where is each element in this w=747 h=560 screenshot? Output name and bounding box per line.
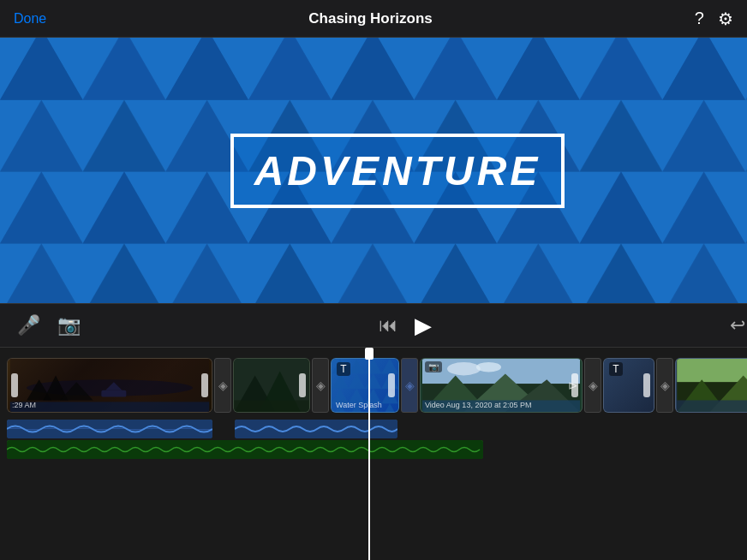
title-clip-icon: T xyxy=(337,362,350,376)
clip-handle-right-3[interactable] xyxy=(388,373,395,397)
svg-rect-73 xyxy=(101,390,126,397)
audio-row-2 xyxy=(7,440,747,459)
done-button[interactable]: Done xyxy=(14,11,46,27)
toolbar-right: ↩ 〜 xyxy=(730,313,747,338)
svg-point-85 xyxy=(476,362,501,372)
playhead-top xyxy=(365,348,374,360)
timeline-toolbar: 🎤 📷 ⏮ ▶ ↩ 〜 xyxy=(0,303,747,348)
clip-boats[interactable]: :29 AM xyxy=(7,358,212,413)
audio-segment-green xyxy=(7,440,483,459)
title-card[interactable]: ADVENTURE xyxy=(230,134,565,208)
svg-point-84 xyxy=(447,362,481,376)
svg-rect-91 xyxy=(677,359,747,382)
svg-rect-94 xyxy=(677,400,747,412)
clip-mountain1[interactable] xyxy=(233,358,310,413)
skip-to-start-button[interactable]: ⏮ xyxy=(379,314,397,337)
clip-handle-right-2[interactable] xyxy=(299,373,306,397)
svg-rect-75 xyxy=(10,402,210,412)
clip-green[interactable] xyxy=(675,358,747,413)
main-content: ADVENTURE 🎤 📷 ⏮ ▶ ↩ 〜 xyxy=(0,38,747,560)
title2-clip-icon: T xyxy=(609,362,623,376)
timeline: 🎤 📷 ⏮ ▶ ↩ 〜 xyxy=(0,303,747,560)
title-text: ADVENTURE xyxy=(254,148,541,194)
clip-title2[interactable]: T xyxy=(603,358,654,413)
audio-track-area xyxy=(0,418,747,461)
tracks-inner: :29 AM ◈ xyxy=(0,348,747,560)
audio-row-1 xyxy=(7,420,747,438)
playhead-line xyxy=(368,348,370,560)
transition-handle-3[interactable]: ◈ xyxy=(401,358,418,413)
play-button[interactable]: ▶ xyxy=(415,313,432,339)
video-preview: ADVENTURE xyxy=(0,38,747,303)
microphone-button[interactable]: 🎤 xyxy=(17,314,40,337)
top-bar-right: ? ⚙ xyxy=(695,9,733,29)
camera-button[interactable]: 📷 xyxy=(57,314,81,337)
top-bar-left: Done xyxy=(14,11,46,27)
undo-button[interactable]: ↩ xyxy=(730,314,745,337)
project-title: Chasing Horizons xyxy=(308,10,433,27)
clip-handle-right-5[interactable] xyxy=(643,373,650,397)
toolbar-center: ⏮ ▶ xyxy=(379,313,432,339)
settings-button[interactable]: ⚙ xyxy=(718,9,733,29)
clip-label-aug: Video Aug 13, 2020 at 2:05 PM xyxy=(425,401,531,409)
toolbar-left: 🎤 📷 xyxy=(17,314,81,337)
preview-area: ADVENTURE 🎤 📷 ⏮ ▶ ↩ 〜 xyxy=(0,38,747,560)
video-track-row: :29 AM ◈ xyxy=(0,354,747,416)
transition-icon-right: ⊳ xyxy=(568,378,578,392)
audio-segment-blue-1 xyxy=(7,420,212,438)
transition-handle-2[interactable]: ◈ xyxy=(312,358,329,413)
help-button[interactable]: ? xyxy=(695,9,704,28)
clip-video-aug[interactable]: 📷 ⊳ Video Aug 13, 2020 at 2:05 PM xyxy=(420,358,583,413)
top-bar: Done Chasing Horizons ? ⚙ xyxy=(0,0,747,38)
clip-handle-right[interactable] xyxy=(201,373,208,397)
audio-segment-blue-2 xyxy=(235,420,397,438)
tracks-container[interactable]: :29 AM ◈ xyxy=(0,348,747,560)
transition-handle-4[interactable]: ◈ xyxy=(584,358,601,413)
transition-handle-1[interactable]: ◈ xyxy=(214,358,231,413)
svg-rect-79 xyxy=(234,400,308,412)
transition-handle-5[interactable]: ◈ xyxy=(656,358,673,413)
clip-timestamp: :29 AM xyxy=(12,401,36,409)
clip-blue-title[interactable]: T Water Splash xyxy=(331,358,399,413)
clip-handle-left[interactable] xyxy=(11,373,18,397)
clip-label-water: Water Splash xyxy=(336,401,382,409)
